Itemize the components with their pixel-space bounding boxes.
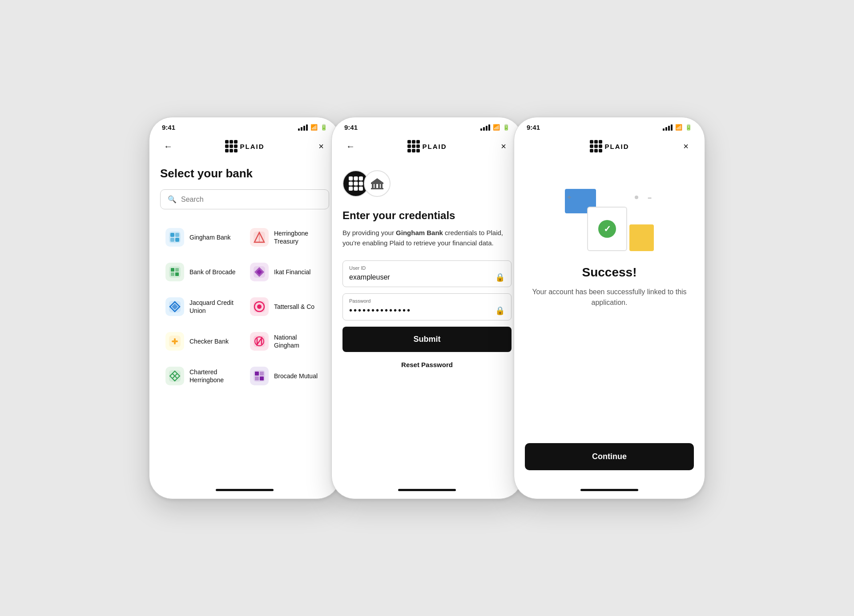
userid-row: exampleuser 🔒 — [349, 272, 505, 282]
svg-rect-19 — [175, 268, 179, 272]
svg-rect-61 — [378, 184, 380, 188]
cred-bank-name: Gingham Bank — [396, 229, 443, 236]
time-3: 9:41 — [527, 124, 540, 131]
wifi-icon-2: 📶 — [493, 124, 500, 131]
search-box[interactable]: 🔍 — [160, 189, 329, 209]
back-button-1[interactable]: ← — [160, 138, 176, 154]
nav-bar-3: ← PLAID × — [514, 135, 705, 160]
bank-circle-icon — [364, 170, 391, 197]
svg-rect-56 — [371, 183, 383, 184]
svg-rect-18 — [171, 268, 174, 272]
svg-rect-43 — [416, 144, 420, 148]
bank-item-gingham[interactable]: Gingham Bank — [160, 220, 245, 255]
password-row: •••••••••••••• 🔒 — [349, 305, 505, 316]
battery-icon-2: 🔋 — [503, 124, 510, 131]
userid-field[interactable]: User ID exampleuser 🔒 — [342, 260, 512, 287]
illus-container: + − ✓ — [565, 189, 654, 251]
close-button-2[interactable]: × — [495, 138, 512, 154]
bank-item-brocade[interactable]: Bank of Brocade — [160, 255, 245, 289]
svg-rect-39 — [412, 140, 415, 144]
bank-name-checker: Checker Bank — [189, 337, 229, 345]
svg-rect-8 — [234, 149, 238, 152]
screen2-content: Enter your credentials By providing your… — [332, 160, 522, 484]
status-icons-1: 📶 🔋 — [298, 124, 327, 131]
status-bar-2: 9:41 📶 🔋 — [332, 117, 522, 135]
svg-rect-67 — [594, 144, 598, 148]
plaid-logo-svg-3 — [590, 140, 602, 152]
bank-logo-brocade-mutual — [250, 367, 269, 385]
nav-bar-2: ← PLAID × — [332, 135, 522, 160]
close-button-1[interactable]: × — [313, 138, 329, 154]
phone-1: 9:41 📶 🔋 ← — [149, 117, 340, 499]
bank-logo-jacquard — [165, 297, 184, 316]
nav-bar-1: ← PLAID × — [149, 135, 340, 160]
svg-rect-59 — [372, 184, 374, 188]
bank-item-ikat[interactable]: Ikat Financial — [245, 255, 329, 289]
svg-rect-69 — [590, 149, 593, 152]
bank-item-checker[interactable]: Checker Bank — [160, 324, 245, 359]
svg-rect-38 — [407, 140, 411, 144]
bank-name-brocade-mutual: Brocade Mutual — [274, 372, 318, 380]
reset-password-link[interactable]: Reset Password — [342, 361, 512, 368]
password-label: Password — [349, 298, 505, 304]
illus-plus: + — [567, 193, 571, 201]
bank-name-national: National Gingham — [274, 333, 324, 349]
password-lock-icon: 🔒 — [495, 306, 505, 316]
credentials-title: Enter your credentials — [342, 209, 512, 222]
bank-logo-herringbone — [250, 228, 269, 247]
back-button-2[interactable]: ← — [342, 138, 359, 154]
svg-rect-3 — [225, 144, 229, 148]
svg-rect-2 — [234, 140, 238, 144]
svg-rect-46 — [416, 149, 420, 152]
bank-item-herringbone[interactable]: Herringbone Treasury — [245, 220, 329, 255]
svg-rect-11 — [175, 233, 179, 237]
phone-3: 9:41 📶 🔋 ← — [514, 117, 705, 499]
bank-item-jacquard[interactable]: Jacquard Credit Union — [160, 289, 245, 324]
continue-button[interactable]: Continue — [525, 443, 694, 470]
bank-item-brocade-mutual[interactable]: Brocade Mutual — [245, 359, 329, 393]
home-bar-3 — [580, 489, 638, 491]
svg-rect-44 — [407, 149, 411, 152]
bank-logo-checker — [165, 332, 184, 351]
battery-icon-3: 🔋 — [685, 124, 692, 131]
search-input[interactable] — [181, 196, 322, 204]
svg-point-26 — [257, 304, 262, 309]
password-field[interactable]: Password •••••••••••••• 🔒 — [342, 293, 512, 320]
bank-item-tattersall[interactable]: Tattersall & Co — [245, 289, 329, 324]
close-button-3[interactable]: × — [678, 138, 694, 154]
svg-marker-58 — [371, 178, 383, 183]
signal-icon-3 — [663, 124, 673, 131]
svg-rect-0 — [225, 140, 229, 144]
phone-2: 9:41 📶 🔋 ← — [331, 117, 523, 499]
home-indicator-3 — [514, 484, 705, 499]
illus-dot-1 — [635, 196, 638, 199]
bank-grid: Gingham Bank Herringbone Treasury — [160, 220, 329, 393]
svg-rect-45 — [412, 149, 415, 152]
bank-item-national[interactable]: National Gingham — [245, 324, 329, 359]
svg-rect-17 — [169, 266, 181, 278]
svg-rect-62 — [381, 184, 383, 188]
home-bar-1 — [216, 489, 274, 491]
bank-name-tattersall: Tattersall & Co — [274, 303, 314, 311]
svg-rect-5 — [234, 144, 238, 148]
cred-desc-prefix: By providing your — [342, 229, 396, 236]
bank-name-gingham: Gingham Bank — [189, 233, 231, 241]
svg-rect-49 — [359, 176, 363, 180]
plaid-logo-3: PLAID — [590, 140, 629, 152]
userid-value: exampleuser — [349, 273, 390, 281]
submit-button[interactable]: Submit — [342, 327, 512, 352]
illus-minus: − — [648, 194, 652, 202]
svg-rect-1 — [230, 140, 233, 144]
status-icons-2: 📶 🔋 — [480, 124, 510, 131]
svg-rect-47 — [349, 176, 353, 180]
search-icon: 🔍 — [168, 195, 177, 204]
success-title: Success! — [525, 265, 694, 280]
plaid-label-1: PLAID — [240, 143, 265, 150]
signal-icon-2 — [480, 124, 490, 131]
svg-rect-40 — [416, 140, 420, 144]
bank-item-chartered[interactable]: Chartered Herringbone — [160, 359, 245, 393]
svg-rect-57 — [371, 188, 383, 189]
svg-rect-60 — [375, 184, 376, 188]
svg-rect-35 — [260, 372, 264, 376]
svg-rect-55 — [359, 187, 363, 191]
